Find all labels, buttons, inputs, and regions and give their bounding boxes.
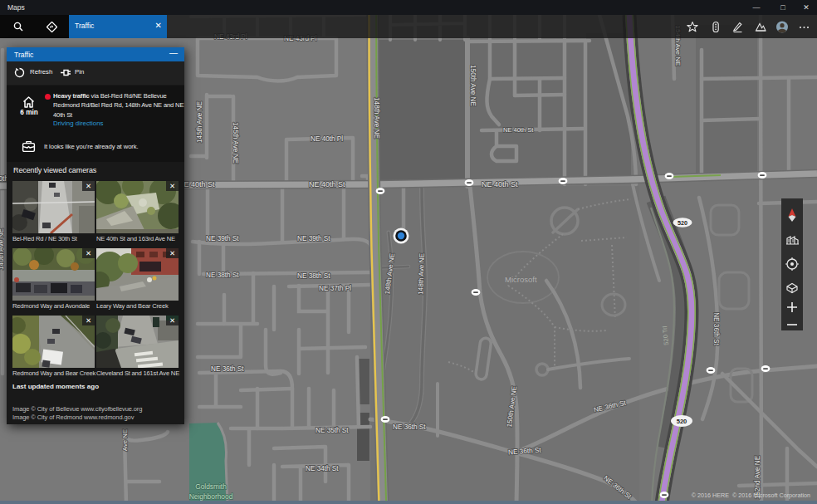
- svg-text:NE 40th St: NE 40th St: [309, 180, 345, 188]
- svg-text:NE 36th St: NE 36th St: [211, 365, 244, 373]
- svg-text:NE 39th St: NE 39th St: [297, 235, 330, 242]
- svg-text:NE 38th St: NE 38th St: [206, 272, 239, 279]
- svg-text:Goldsmith: Goldsmith: [195, 482, 227, 491]
- svg-text:NE 40th St: NE 40th St: [503, 126, 534, 134]
- svg-text:145th Ave NE: 145th Ave NE: [196, 101, 203, 143]
- svg-text:NE 38th St: NE 38th St: [297, 272, 330, 280]
- svg-text:148th Ave NE: 148th Ave NE: [417, 252, 426, 295]
- svg-text:NE 37th Pl: NE 37th Pl: [319, 285, 351, 292]
- svg-text:NE 34th St: NE 34th St: [306, 465, 339, 472]
- svg-text:NE 40th Pl: NE 40th Pl: [311, 135, 343, 143]
- svg-text:148th Ave NE: 148th Ave NE: [373, 97, 380, 139]
- svg-text:NE 39th St: NE 39th St: [206, 235, 239, 242]
- svg-text:520: 520: [678, 219, 687, 227]
- svg-text:140th Ave NE: 140th Ave NE: [0, 228, 5, 270]
- svg-text:Microsoft: Microsoft: [505, 275, 537, 284]
- svg-text:Neighborhood: Neighborhood: [189, 492, 233, 501]
- svg-text:145th Ave NE: 145th Ave NE: [232, 122, 239, 164]
- svg-text:520: 520: [677, 418, 687, 425]
- svg-text:Ave NE: Ave NE: [121, 429, 129, 451]
- svg-text:150th Ave NE: 150th Ave NE: [469, 65, 477, 106]
- svg-text:NE 35th St: NE 35th St: [316, 427, 349, 434]
- svg-text:NE 40th St: NE 40th St: [482, 180, 518, 188]
- svg-text:© 2016 HERE © 2016 Microsoft: © 2016 HERE © 2016 Microsoft Corporation: [692, 492, 810, 499]
- svg-text:NE 36th St: NE 36th St: [393, 423, 426, 431]
- svg-text:NE 36th St: NE 36th St: [712, 312, 720, 345]
